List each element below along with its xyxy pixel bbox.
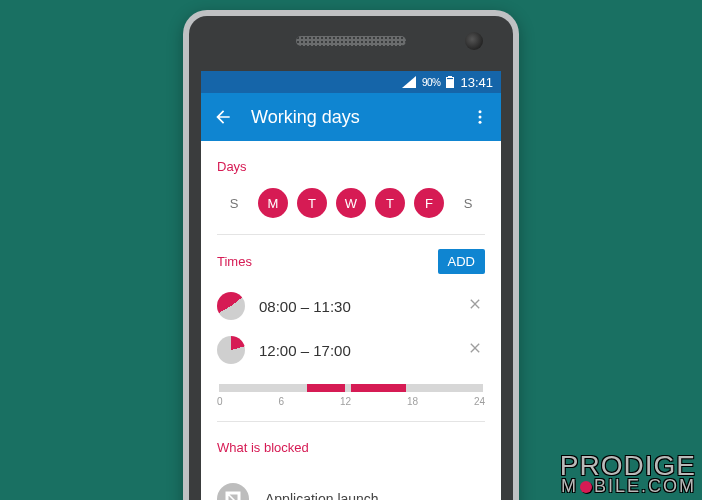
battery-percent: 90% — [422, 77, 441, 88]
phone-camera — [465, 32, 483, 50]
times-header: Times ADD — [217, 249, 485, 274]
svg-point-3 — [479, 110, 482, 113]
timeline-bar — [219, 384, 483, 392]
day-tue[interactable]: T — [297, 188, 327, 218]
timeline-labels: 0 6 12 18 24 — [217, 396, 485, 407]
day-sun[interactable]: S — [219, 188, 249, 218]
battery-icon — [446, 76, 454, 88]
page-title: Working days — [251, 107, 453, 128]
day-wed[interactable]: W — [336, 188, 366, 218]
time-row-0[interactable]: 08:00 – 11:30 — [217, 284, 485, 328]
phone-frame: 90% 13:41 Working days Days S — [183, 10, 519, 500]
day-mon[interactable]: M — [258, 188, 288, 218]
tick-12: 12 — [340, 396, 351, 407]
more-icon[interactable] — [471, 108, 489, 126]
tick-24: 24 — [474, 396, 485, 407]
status-bar: 90% 13:41 — [201, 71, 501, 93]
day-fri[interactable]: F — [414, 188, 444, 218]
svg-rect-1 — [448, 76, 452, 78]
watermark-line2: MBILE.COM — [560, 478, 696, 494]
watermark: PRODIGE MBILE.COM — [560, 453, 696, 494]
times-section-label: Times — [217, 254, 252, 269]
delete-time-0[interactable] — [465, 296, 485, 317]
add-button[interactable]: ADD — [438, 249, 485, 274]
blocked-row-0[interactable]: Application launch — [217, 469, 485, 500]
blocked-label-0: Application launch — [265, 491, 379, 500]
content: Days S M T W T F S Times ADD 08:00 – 11:… — [201, 159, 501, 500]
days-row: S M T W T F S — [217, 188, 485, 235]
tick-0: 0 — [217, 396, 223, 407]
app-bar: Working days — [201, 93, 501, 141]
day-sat[interactable]: S — [453, 188, 483, 218]
tick-18: 18 — [407, 396, 418, 407]
divider — [217, 421, 485, 422]
watermark-line1: PRODIGE — [560, 453, 696, 478]
back-arrow-icon[interactable] — [213, 107, 233, 127]
svg-point-5 — [479, 121, 482, 124]
phone-speaker — [296, 36, 406, 46]
application-launch-icon — [217, 483, 249, 500]
blocked-section-label: What is blocked — [217, 440, 485, 455]
timeline-seg-0 — [307, 384, 346, 392]
tick-6: 6 — [278, 396, 284, 407]
svg-rect-2 — [447, 78, 453, 79]
svg-point-4 — [479, 116, 482, 119]
time-label-0: 08:00 – 11:30 — [259, 298, 451, 315]
pie-icon-0 — [217, 292, 245, 320]
phone-inner: 90% 13:41 Working days Days S — [189, 16, 513, 500]
delete-time-1[interactable] — [465, 340, 485, 361]
day-thu[interactable]: T — [375, 188, 405, 218]
time-row-1[interactable]: 12:00 – 17:00 — [217, 328, 485, 372]
pie-icon-1 — [217, 336, 245, 364]
timeline-seg-1 — [351, 384, 406, 392]
clock: 13:41 — [460, 75, 493, 90]
days-section-label: Days — [217, 159, 485, 174]
time-label-1: 12:00 – 17:00 — [259, 342, 451, 359]
screen: 90% 13:41 Working days Days S — [201, 71, 501, 500]
signal-icon — [402, 76, 416, 88]
